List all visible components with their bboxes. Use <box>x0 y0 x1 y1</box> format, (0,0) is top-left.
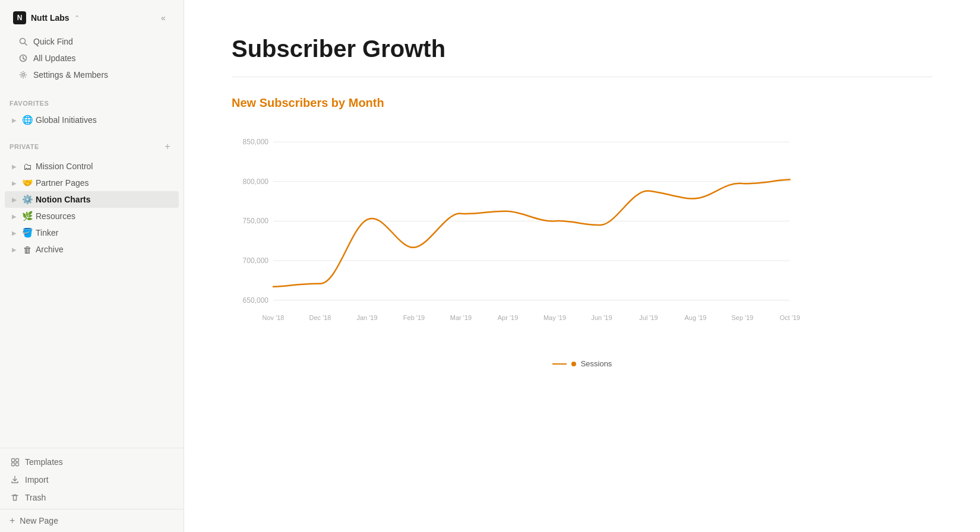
sidebar-item-mission-control[interactable]: ▶ 🗂 Mission Control <box>5 158 179 175</box>
divider <box>232 77 932 77</box>
sidebar-item-archive[interactable]: ▶ 🗑 Archive <box>5 241 179 258</box>
collapse-sidebar-button[interactable]: « <box>156 11 170 25</box>
import-icon <box>10 474 20 485</box>
legend-dot <box>571 362 576 366</box>
svg-text:Feb '19: Feb '19 <box>403 314 425 321</box>
svg-text:800,000: 800,000 <box>243 178 269 186</box>
svg-text:Oct '19: Oct '19 <box>780 314 801 321</box>
svg-text:650,000: 650,000 <box>243 296 269 305</box>
trash-icon <box>10 492 20 503</box>
sidebar-item-notion-charts[interactable]: ▶ ⚙️ Notion Charts <box>5 191 179 208</box>
chevron-right-icon: ▶ <box>10 178 19 188</box>
nav-all-updates[interactable]: All Updates <box>13 50 170 66</box>
gear-icon <box>18 69 29 80</box>
chevron-right-icon: ▶ <box>10 211 19 221</box>
svg-text:Jan '19: Jan '19 <box>356 314 377 321</box>
svg-text:Aug '19: Aug '19 <box>685 314 707 321</box>
chevron-right-icon: ▶ <box>10 228 19 238</box>
page-title: Subscriber Growth <box>232 36 932 62</box>
nav-templates[interactable]: Templates <box>5 453 179 471</box>
nav-settings[interactable]: Settings & Members <box>13 66 170 83</box>
svg-text:Dec '18: Dec '18 <box>309 314 331 321</box>
sidebar-item-global-initiatives[interactable]: ▶ 🌐 Global Initiatives <box>5 112 179 128</box>
nav-trash[interactable]: Trash <box>5 489 179 506</box>
svg-rect-8 <box>11 463 14 466</box>
svg-text:850,000: 850,000 <box>243 138 269 146</box>
plus-icon: + <box>10 515 15 526</box>
svg-point-5 <box>22 74 24 76</box>
workspace-name: Nutt Labs <box>31 13 69 23</box>
chevron-right-icon: ▶ <box>10 162 19 171</box>
chevron-right-icon: ▶ <box>10 245 19 254</box>
svg-rect-7 <box>15 458 18 461</box>
main-content: Subscriber Growth New Subscribers by Mon… <box>184 0 980 532</box>
svg-text:Nov '18: Nov '18 <box>263 314 284 321</box>
svg-rect-6 <box>11 458 14 461</box>
new-page-button[interactable]: + New Page <box>0 509 184 532</box>
legend-label: Sessions <box>581 359 612 368</box>
chart-legend: Sessions <box>232 359 932 368</box>
templates-icon <box>10 457 20 467</box>
chart-container: 850,000 800,000 750,000 700,000 650,000 … <box>232 124 802 350</box>
svg-text:Mar '19: Mar '19 <box>450 314 472 321</box>
sidebar-item-partner-pages[interactable]: ▶ 🤝 Partner Pages <box>5 175 179 191</box>
svg-text:Sep '19: Sep '19 <box>732 314 754 321</box>
svg-text:Jun '19: Jun '19 <box>591 314 612 321</box>
svg-text:700,000: 700,000 <box>243 256 269 265</box>
nav-import[interactable]: Import <box>5 471 179 489</box>
workspace-header[interactable]: N Nutt Labs ⌃ « <box>8 7 175 28</box>
svg-text:Jul '19: Jul '19 <box>639 314 657 321</box>
chevron-right-icon: ▶ <box>10 115 19 125</box>
favorites-section-label: Favorites <box>0 90 184 109</box>
svg-text:Apr '19: Apr '19 <box>498 314 519 321</box>
nav-quick-find[interactable]: Quick Find <box>13 33 170 50</box>
svg-text:750,000: 750,000 <box>243 217 269 225</box>
svg-text:May '19: May '19 <box>543 314 566 321</box>
private-add-button[interactable]: + <box>161 140 174 153</box>
subscriber-growth-chart: 850,000 800,000 750,000 700,000 650,000 … <box>232 124 802 350</box>
sidebar-item-resources[interactable]: ▶ 🌿 Resources <box>5 208 179 224</box>
workspace-chevron-icon: ⌃ <box>74 14 80 22</box>
svg-line-4 <box>23 59 25 60</box>
search-icon <box>18 36 29 47</box>
sidebar-item-tinker[interactable]: ▶ 🪣 Tinker <box>5 224 179 241</box>
chevron-right-icon: ▶ <box>10 195 19 204</box>
sidebar: N Nutt Labs ⌃ « Quick Find <box>0 0 184 532</box>
svg-rect-9 <box>15 463 18 466</box>
chart-section-title: New Subscribers by Month <box>232 96 932 110</box>
clock-icon <box>18 53 29 64</box>
svg-line-1 <box>25 43 27 46</box>
private-section-header: Private + <box>0 131 184 156</box>
legend-line <box>552 363 567 365</box>
workspace-icon: N <box>13 11 26 24</box>
